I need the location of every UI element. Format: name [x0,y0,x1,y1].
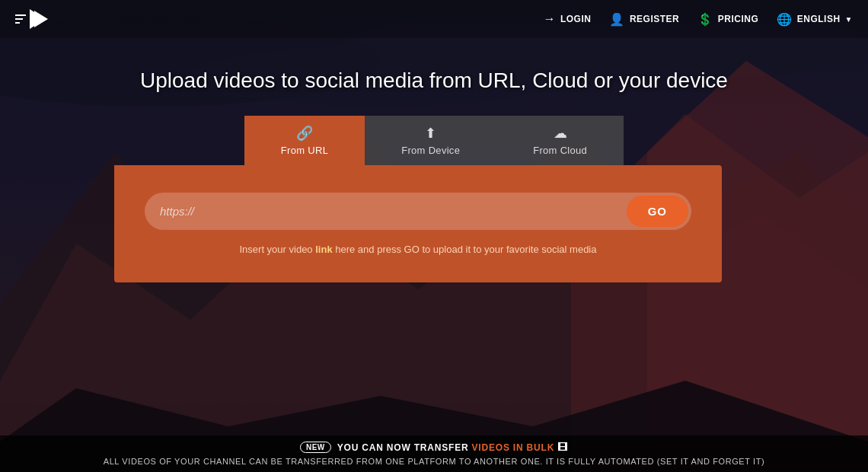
cloud-icon: ☁ [554,125,567,142]
go-button[interactable]: GO [627,196,688,227]
nav-links: → LOGIN 👤 REGISTER 💲 PRICING 🌐 ENGLISH ▼ [543,12,853,27]
language-selector[interactable]: 🌐 ENGLISH ▼ [777,12,853,27]
bottom-desc: ALL VIDEOS OF YOUR CHANNEL CAN BE TRANSF… [15,457,853,466]
hero-title: Upload videos to social media from URL, … [140,69,728,93]
tab-from-cloud[interactable]: ☁ From Cloud [496,116,624,165]
tab-device-label: From Device [401,145,460,156]
upload-container: 🔗 From URL ⬆ From Device ☁ From Cloud GO… [114,116,754,282]
tab-url-label: From URL [281,145,328,156]
bottom-bar: NEW YOU CAN NOW TRANSFER VIDEOS IN BULK … [0,435,868,472]
register-label: REGISTER [630,14,679,24]
login-icon: → [543,12,556,26]
logo[interactable] [15,11,46,27]
link-highlight: link [315,244,332,255]
logo-lines [15,14,26,24]
main-content: Upload videos to social media from URL, … [0,0,868,472]
tab-cloud-label: From Cloud [533,145,587,156]
logo-triangle-2 [34,11,48,27]
new-badge: NEW [300,442,331,453]
pricing-label: PRICING [718,14,759,24]
language-icon: 🌐 [777,12,793,27]
promo-plain: YOU CAN NOW TRANSFER [337,442,472,453]
logo-icon [15,11,46,27]
tab-bar: 🔗 From URL ⬆ From Device ☁ From Cloud [244,116,624,165]
promo-highlight: VIDEOS IN BULK [472,442,555,453]
pricing-icon: 💲 [697,12,713,27]
url-input-row: GO [145,193,691,230]
pricing-link[interactable]: 💲 PRICING [697,12,758,27]
tab-from-url[interactable]: 🔗 From URL [244,116,365,165]
login-link[interactable]: → LOGIN [543,12,591,26]
tab-from-device[interactable]: ⬆ From Device [365,116,496,165]
url-icon: 🔗 [296,125,313,142]
login-label: LOGIN [560,14,592,24]
register-icon: 👤 [609,12,625,27]
register-link[interactable]: 👤 REGISTER [609,12,679,27]
promo-emoji: 🎞 [557,442,568,453]
url-input[interactable] [160,197,627,225]
language-label: ENGLISH [797,14,841,24]
device-icon: ⬆ [425,125,436,142]
promo-row: NEW YOU CAN NOW TRANSFER VIDEOS IN BULK … [15,442,853,453]
chevron-down-icon: ▼ [845,15,853,24]
navbar: → LOGIN 👤 REGISTER 💲 PRICING 🌐 ENGLISH ▼ [0,0,868,38]
promo-text: YOU CAN NOW TRANSFER VIDEOS IN BULK 🎞 [337,442,568,453]
hint-text: Insert your video link here and press GO… [145,244,691,255]
upload-box: GO Insert your video link here and press… [114,165,722,282]
